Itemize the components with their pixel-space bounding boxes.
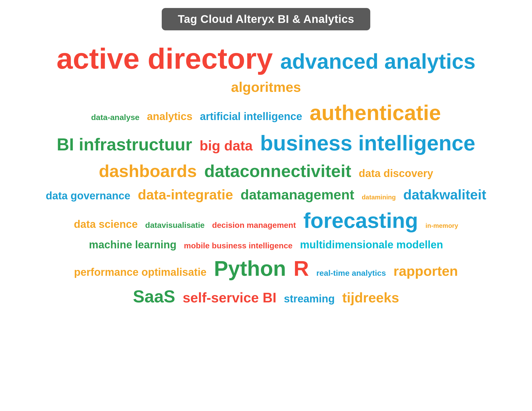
tag-row-6: data science datavisualisatie decision m… (27, 208, 505, 233)
tag-dashboards[interactable]: dashboards (99, 161, 197, 182)
tag-advanced-analytics[interactable]: advanced analytics (280, 49, 476, 74)
tag-business-intelligence[interactable]: business intelligence (260, 130, 475, 156)
tag-data-integratie[interactable]: data-integratie (138, 186, 233, 203)
tag-in-memory[interactable]: in-memory (426, 222, 458, 230)
tag-row-1: active directory advanced analytics algo… (27, 41, 505, 95)
tag-row-9: SaaS self-service BI streaming tijdreeks (27, 286, 505, 307)
tag-rapporten[interactable]: rapporten (393, 263, 458, 279)
tag-analytics[interactable]: analytics (147, 110, 192, 123)
tag-row-4: dashboards dataconnectiviteit data disco… (27, 161, 505, 182)
tag-r[interactable]: R (293, 256, 309, 281)
tag-forecasting[interactable]: forecasting (303, 208, 418, 233)
tag-data-governance[interactable]: data governance (46, 189, 130, 202)
tag-cloud: active directory advanced analytics algo… (27, 41, 505, 312)
tag-multidimensionale-modellen[interactable]: multidimensionale modellen (300, 238, 443, 251)
tag-decision-management[interactable]: decision management (212, 220, 296, 230)
tag-saas[interactable]: SaaS (133, 286, 175, 307)
page-title: Tag Cloud Alteryx BI & Analytics (178, 13, 354, 26)
tag-datamanagement[interactable]: datamanagement (240, 186, 354, 203)
tag-datamining[interactable]: datamining (362, 194, 396, 201)
tag-mobile-business-intelligence[interactable]: mobile business intelligence (184, 241, 292, 250)
tag-authenticatie[interactable]: authenticatie (310, 100, 441, 126)
tag-artificial-intelligence[interactable]: artificial intelligence (200, 110, 302, 123)
tag-active-directory[interactable]: active directory (57, 41, 273, 76)
tag-machine-learning[interactable]: machine learning (89, 238, 176, 251)
tag-bi-infrastructuur[interactable]: BI infrastructuur (57, 134, 192, 155)
tag-datakwaliteit[interactable]: datakwaliteit (403, 186, 486, 203)
tag-row-5: data governance data-integratie datamana… (27, 186, 505, 203)
tag-streaming[interactable]: streaming (284, 292, 335, 305)
tag-algoritmes[interactable]: algoritmes (231, 79, 301, 95)
header-bar: Tag Cloud Alteryx BI & Analytics (162, 8, 370, 30)
tag-row-7: machine learning mobile business intelli… (27, 238, 505, 251)
tag-real-time-analytics[interactable]: real-time analytics (316, 268, 386, 278)
tag-python[interactable]: Python (214, 256, 286, 281)
tag-data-discovery[interactable]: data discovery (359, 167, 433, 180)
tag-self-service-bi[interactable]: self-service BI (183, 289, 277, 306)
tag-data-science[interactable]: data science (74, 218, 138, 231)
tag-datavisualisatie[interactable]: datavisualisatie (145, 220, 205, 230)
tag-row-3: BI infrastructuur big data business inte… (27, 130, 505, 156)
tag-tijdreeks[interactable]: tijdreeks (342, 289, 399, 306)
tag-data-analyse[interactable]: data-analyse (91, 113, 140, 122)
tag-row-2: data-analyse analytics artificial intell… (27, 100, 505, 126)
tag-row-8: performance optimalisatie Python R real-… (27, 256, 505, 281)
tag-dataconnectiviteit[interactable]: dataconnectiviteit (204, 161, 351, 182)
tag-performance-optimalisatie[interactable]: performance optimalisatie (74, 266, 206, 278)
tag-big-data[interactable]: big data (200, 137, 252, 154)
